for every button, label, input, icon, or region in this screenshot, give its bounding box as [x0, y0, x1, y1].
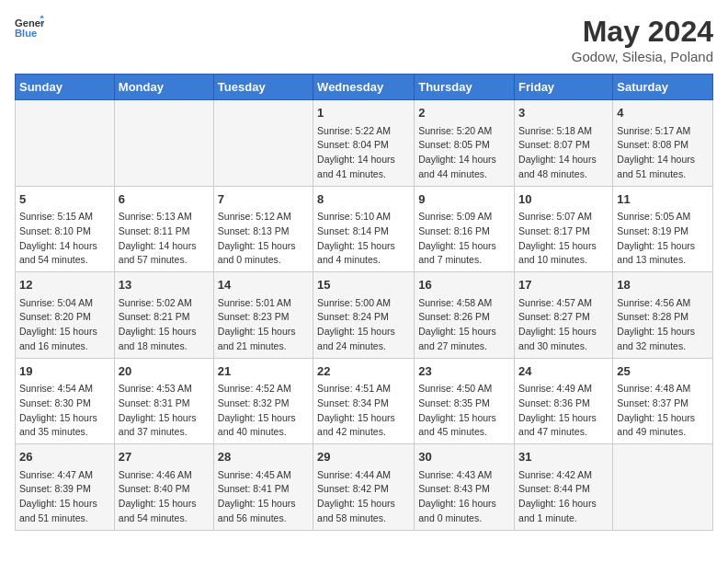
- svg-text:General: General: [15, 17, 44, 29]
- day-number: 21: [218, 362, 309, 381]
- day-header-tuesday: Tuesday: [213, 75, 313, 100]
- day-header-wednesday: Wednesday: [313, 75, 415, 100]
- day-cell: 6Sunrise: 5:13 AMSunset: 8:11 PMDaylight…: [114, 186, 213, 272]
- day-info-line: Sunrise: 4:49 AM: [518, 382, 609, 396]
- day-info-line: Sunrise: 5:09 AM: [418, 210, 510, 224]
- week-row-2: 5Sunrise: 5:15 AMSunset: 8:10 PMDaylight…: [16, 186, 713, 272]
- day-info-line: Daylight: 15 hours and 7 minutes.: [418, 239, 510, 269]
- day-cell: 24Sunrise: 4:49 AMSunset: 8:36 PMDayligh…: [515, 358, 613, 444]
- calendar-table: SundayMondayTuesdayWednesdayThursdayFrid…: [15, 74, 713, 531]
- day-info-line: Sunrise: 4:52 AM: [218, 382, 309, 396]
- day-info-line: Daylight: 14 hours and 54 minutes.: [19, 239, 110, 269]
- day-info-line: Daylight: 15 hours and 47 minutes.: [518, 411, 609, 441]
- day-info-line: Sunrise: 5:17 AM: [617, 124, 709, 139]
- day-cell: [213, 100, 313, 187]
- header: General Blue May 2024 Godow, Silesia, Po…: [15, 15, 713, 64]
- day-number: 31: [518, 448, 609, 466]
- day-info-line: Sunrise: 5:07 AM: [518, 210, 609, 224]
- day-number: 25: [617, 362, 709, 381]
- day-cell: [16, 100, 115, 187]
- day-info-line: Sunrise: 4:54 AM: [19, 382, 110, 396]
- day-info-line: Sunset: 8:30 PM: [19, 396, 110, 411]
- week-row-4: 19Sunrise: 4:54 AMSunset: 8:30 PMDayligh…: [16, 358, 713, 444]
- day-cell: 31Sunrise: 4:42 AMSunset: 8:44 PMDayligh…: [515, 444, 613, 531]
- day-info-line: Sunset: 8:37 PM: [617, 396, 709, 411]
- title-area: May 2024 Godow, Silesia, Poland: [572, 15, 713, 64]
- day-cell: 18Sunrise: 4:56 AMSunset: 8:28 PMDayligh…: [613, 272, 713, 359]
- day-cell: 25Sunrise: 4:48 AMSunset: 8:37 PMDayligh…: [613, 358, 713, 444]
- day-info-line: Daylight: 15 hours and 24 minutes.: [317, 325, 410, 354]
- day-info-line: Daylight: 15 hours and 27 minutes.: [418, 325, 510, 354]
- day-cell: 23Sunrise: 4:50 AMSunset: 8:35 PMDayligh…: [415, 358, 515, 444]
- day-number: 1: [317, 104, 410, 122]
- day-info-line: Sunset: 8:21 PM: [119, 310, 210, 325]
- day-info-line: Sunset: 8:07 PM: [518, 138, 609, 153]
- day-cell: 5Sunrise: 5:15 AMSunset: 8:10 PMDaylight…: [16, 186, 115, 272]
- day-info-line: Sunset: 8:19 PM: [617, 224, 709, 239]
- day-cell: 19Sunrise: 4:54 AMSunset: 8:30 PMDayligh…: [16, 358, 115, 444]
- day-info-line: Sunrise: 4:57 AM: [518, 296, 609, 311]
- day-cell: 12Sunrise: 5:04 AMSunset: 8:20 PMDayligh…: [16, 272, 115, 359]
- day-cell: 21Sunrise: 4:52 AMSunset: 8:32 PMDayligh…: [213, 358, 313, 444]
- day-number: 29: [317, 448, 410, 466]
- day-header-monday: Monday: [114, 75, 213, 100]
- day-cell: 9Sunrise: 5:09 AMSunset: 8:16 PMDaylight…: [415, 186, 515, 272]
- day-info-line: Sunset: 8:39 PM: [19, 482, 110, 497]
- day-info-line: Sunrise: 4:47 AM: [19, 468, 110, 483]
- day-info-line: Sunrise: 4:46 AM: [119, 468, 210, 483]
- day-info-line: Daylight: 15 hours and 32 minutes.: [617, 325, 709, 354]
- day-info-line: Sunset: 8:27 PM: [518, 310, 609, 325]
- day-info-line: Daylight: 15 hours and 58 minutes.: [317, 497, 410, 526]
- day-info-line: Sunset: 8:24 PM: [317, 310, 410, 325]
- day-info-line: Sunset: 8:17 PM: [518, 224, 609, 239]
- day-info-line: Daylight: 15 hours and 30 minutes.: [518, 325, 609, 354]
- day-number: 23: [418, 362, 510, 381]
- day-info-line: Daylight: 16 hours and 0 minutes.: [418, 497, 510, 526]
- day-number: 16: [418, 276, 510, 294]
- day-info-line: Daylight: 15 hours and 13 minutes.: [617, 239, 709, 269]
- day-info-line: Daylight: 15 hours and 51 minutes.: [19, 497, 110, 526]
- day-info-line: Sunset: 8:11 PM: [119, 224, 210, 239]
- day-cell: 29Sunrise: 4:44 AMSunset: 8:42 PMDayligh…: [313, 444, 415, 531]
- day-info-line: Sunset: 8:26 PM: [418, 310, 510, 325]
- day-cell: 4Sunrise: 5:17 AMSunset: 8:08 PMDaylight…: [613, 100, 713, 187]
- day-info-line: Sunset: 8:05 PM: [418, 138, 510, 153]
- day-info-line: Sunrise: 4:53 AM: [119, 382, 210, 396]
- day-info-line: Sunrise: 5:22 AM: [317, 124, 410, 139]
- day-info-line: Sunrise: 5:18 AM: [518, 124, 609, 139]
- day-info-line: Sunrise: 5:00 AM: [317, 296, 410, 311]
- location-title: Godow, Silesia, Poland: [572, 49, 713, 64]
- day-cell: 1Sunrise: 5:22 AMSunset: 8:04 PMDaylight…: [313, 100, 415, 187]
- day-info-line: Sunset: 8:13 PM: [218, 224, 309, 239]
- day-info-line: Daylight: 15 hours and 21 minutes.: [218, 325, 309, 354]
- day-info-line: Sunset: 8:42 PM: [317, 482, 410, 497]
- day-cell: 28Sunrise: 4:45 AMSunset: 8:41 PMDayligh…: [213, 444, 313, 531]
- day-info-line: Daylight: 15 hours and 37 minutes.: [119, 411, 210, 441]
- day-cell: 22Sunrise: 4:51 AMSunset: 8:34 PMDayligh…: [313, 358, 415, 444]
- day-info-line: Sunrise: 4:42 AM: [518, 468, 609, 483]
- day-info-line: Sunrise: 4:50 AM: [418, 382, 510, 396]
- day-cell: 3Sunrise: 5:18 AMSunset: 8:07 PMDaylight…: [515, 100, 613, 187]
- day-info-line: Sunrise: 4:56 AM: [617, 296, 709, 311]
- day-info-line: Sunset: 8:41 PM: [218, 482, 309, 497]
- day-number: 15: [317, 276, 410, 294]
- day-number: 9: [418, 190, 510, 209]
- day-info-line: Daylight: 15 hours and 45 minutes.: [418, 411, 510, 441]
- day-number: 24: [518, 362, 609, 381]
- day-info-line: Sunrise: 5:10 AM: [317, 210, 410, 224]
- day-info-line: Sunrise: 5:13 AM: [119, 210, 210, 224]
- day-number: 6: [119, 190, 210, 209]
- day-info-line: Sunset: 8:43 PM: [418, 482, 510, 497]
- day-info-line: Sunset: 8:34 PM: [317, 396, 410, 411]
- day-cell: 27Sunrise: 4:46 AMSunset: 8:40 PMDayligh…: [114, 444, 213, 531]
- day-info-line: Daylight: 15 hours and 54 minutes.: [119, 497, 210, 526]
- day-info-line: Sunset: 8:35 PM: [418, 396, 510, 411]
- day-info-line: Daylight: 14 hours and 51 minutes.: [617, 153, 709, 182]
- day-cell: [613, 444, 713, 531]
- day-number: 4: [617, 104, 709, 122]
- day-info-line: Sunrise: 4:44 AM: [317, 468, 410, 483]
- day-info-line: Sunrise: 5:04 AM: [19, 296, 110, 311]
- day-cell: 8Sunrise: 5:10 AMSunset: 8:14 PMDaylight…: [313, 186, 415, 272]
- day-number: 12: [19, 276, 110, 294]
- day-info-line: Daylight: 15 hours and 49 minutes.: [617, 411, 709, 441]
